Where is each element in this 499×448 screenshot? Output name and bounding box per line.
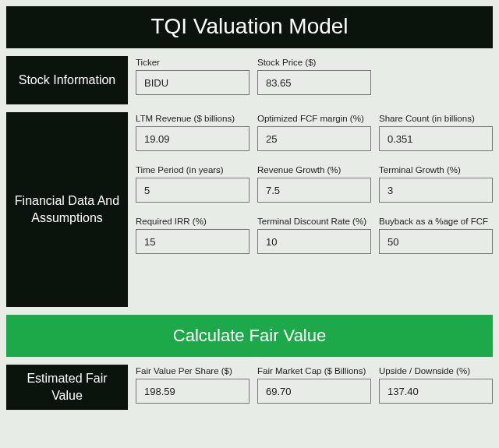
calculate-button[interactable]: Calculate Fair Value [6, 315, 493, 357]
field-fair-value-per-share: Fair Value Per Share ($) 198.59 [136, 366, 250, 404]
field-upside-downside: Upside / Downside (%) 137.40 [379, 366, 493, 404]
label-buyback: Buyback as a %age of FCF [379, 217, 493, 226]
input-share-count[interactable]: 0.351 [379, 126, 493, 151]
label-fcf-margin: Optimized FCF margin (%) [257, 114, 371, 123]
section-stock-info: Stock Information Ticker BIDU Stock Pric… [6, 56, 493, 104]
field-ltm-revenue: LTM Revenue ($ billions) 19.09 [136, 114, 250, 151]
input-ticker[interactable]: BIDU [136, 70, 250, 95]
field-time-period: Time Period (in years) 5 [136, 165, 250, 203]
label-revenue-growth: Revenue Growth (%) [257, 165, 371, 175]
label-fmc: Fair Market Cap ($ Billions) [257, 366, 371, 376]
output-upside: 137.40 [379, 379, 493, 404]
output-fmc: 69.70 [257, 379, 371, 404]
input-required-irr[interactable]: 15 [136, 229, 250, 254]
field-required-irr: Required IRR (%) 15 [136, 217, 250, 254]
label-upside: Upside / Downside (%) [379, 366, 493, 376]
field-fair-market-cap: Fair Market Cap ($ Billions) 69.70 [257, 366, 371, 404]
field-fcf-margin: Optimized FCF margin (%) 25 [257, 114, 371, 151]
label-ltm-revenue: LTM Revenue ($ billions) [136, 114, 250, 123]
label-stock-price: Stock Price ($) [257, 58, 371, 67]
input-terminal-discount[interactable]: 10 [257, 229, 371, 254]
field-share-count: Share Count (in billions) 0.351 [379, 114, 493, 151]
field-buyback: Buyback as a %age of FCF 50 [379, 217, 493, 254]
input-ltm-revenue[interactable]: 19.09 [136, 126, 250, 151]
label-share-count: Share Count (in billions) [379, 114, 493, 123]
input-revenue-growth[interactable]: 7.5 [257, 178, 371, 203]
input-time-period[interactable]: 5 [136, 178, 250, 203]
section-heading-estimated: Estimated Fair Value [6, 365, 128, 410]
section-heading-stock: Stock Information [6, 56, 128, 104]
field-terminal-growth: Terminal Growth (%) 3 [379, 165, 493, 203]
page-title: TQI Valuation Model [6, 6, 493, 48]
input-stock-price[interactable]: 83.65 [257, 70, 371, 95]
output-fvps: 198.59 [136, 379, 250, 404]
input-terminal-growth[interactable]: 3 [379, 178, 493, 203]
label-terminal-discount: Terminal Discount Rate (%) [257, 217, 371, 226]
label-terminal-growth: Terminal Growth (%) [379, 165, 493, 175]
valuation-model: TQI Valuation Model Stock Information Ti… [0, 0, 499, 424]
field-revenue-growth: Revenue Growth (%) 7.5 [257, 165, 371, 203]
field-terminal-discount: Terminal Discount Rate (%) 10 [257, 217, 371, 254]
field-ticker: Ticker BIDU [136, 58, 250, 95]
section-financial-data: Financial Data And Assumptions LTM Reven… [6, 112, 493, 307]
section-heading-financial: Financial Data And Assumptions [6, 112, 128, 307]
field-stock-price: Stock Price ($) 83.65 [257, 58, 371, 95]
input-buyback[interactable]: 50 [379, 229, 493, 254]
label-ticker: Ticker [136, 58, 250, 67]
label-time-period: Time Period (in years) [136, 165, 250, 175]
label-fvps: Fair Value Per Share ($) [136, 366, 250, 376]
input-fcf-margin[interactable]: 25 [257, 126, 371, 151]
label-required-irr: Required IRR (%) [136, 217, 250, 226]
section-estimated-fair-value: Estimated Fair Value Fair Value Per Shar… [6, 365, 493, 410]
